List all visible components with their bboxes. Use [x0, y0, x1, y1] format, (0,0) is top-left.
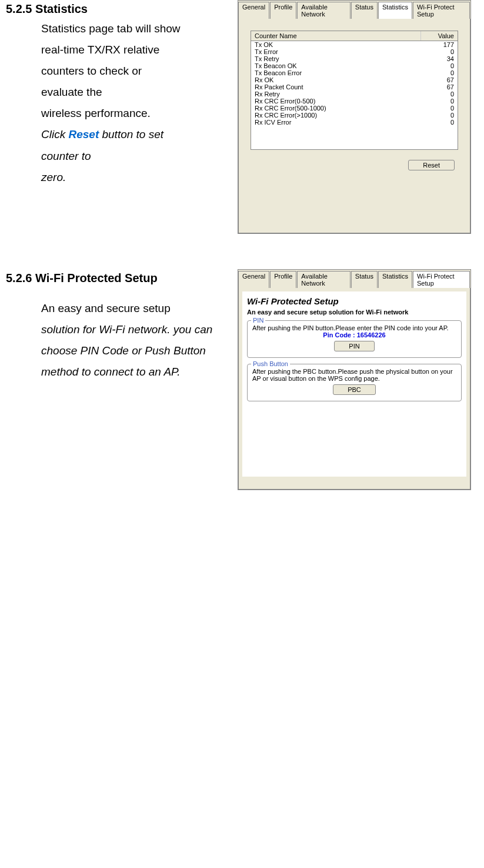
reset-word: Reset [68, 128, 99, 140]
wps-subtitle: An easy and secure setup solution for Wi… [247, 309, 462, 316]
table-row: Tx Retry34 [251, 55, 458, 62]
pin-fieldset: PIN After pushing the PIN button.Please … [247, 320, 462, 358]
counter-name: Tx Beacon OK [251, 62, 421, 69]
counter-name: Rx OK [251, 76, 421, 83]
table-row: Rx CRC Error(500-1000)0 [251, 105, 458, 112]
counter-value: 0 [421, 105, 458, 112]
tab-available-network[interactable]: Available Network [297, 271, 350, 288]
col-header-name[interactable]: Counter Name [251, 31, 421, 41]
tab-profile[interactable]: Profile [270, 2, 296, 19]
wps-screenshot: General Profile Available Network Status… [238, 269, 471, 490]
tab-statistics[interactable]: Statistics [378, 2, 412, 19]
pbc-button[interactable]: PBC [333, 384, 376, 395]
tab-content: Wi-Fi Protected Setup An easy and secure… [238, 288, 470, 490]
counter-value: 0 [421, 112, 458, 119]
counter-name: Rx CRC Error(500-1000) [251, 105, 421, 112]
tab-status[interactable]: Status [351, 271, 378, 288]
section-heading-wps: 5.2.6 Wi-Fi Protected Setup [6, 272, 238, 285]
tab-wps[interactable]: Wi-Fi Protect Setup [413, 271, 470, 288]
wps-content: Wi-Fi Protected Setup An easy and secure… [242, 291, 466, 477]
counter-value: 0 [421, 69, 458, 76]
counter-value: 67 [421, 83, 458, 91]
text: real-time TX/RX relative [41, 43, 159, 56]
table-row: Tx Beacon OK0 [251, 62, 458, 69]
table-row: Rx OK67 [251, 76, 458, 83]
tab-status[interactable]: Status [351, 2, 378, 19]
table-row: Rx Retry0 [251, 91, 458, 98]
counter-name: Rx CRC Error(0-500) [251, 98, 421, 105]
pb-legend: Push Button [251, 360, 290, 367]
tab-wps[interactable]: Wi-Fi Protect Setup [413, 2, 470, 19]
tab-general[interactable]: General [238, 271, 269, 288]
text: Statistics page tab will show [41, 22, 181, 35]
table-row: Rx Packet Count67 [251, 83, 458, 91]
text: An easy and secure setup [41, 302, 171, 314]
text: wireless performance. [41, 107, 151, 119]
tab-profile[interactable]: Profile [270, 271, 296, 288]
counter-name: Tx Error [251, 48, 421, 55]
counter-name: Tx Retry [251, 55, 421, 62]
counter-value: 0 [421, 48, 458, 55]
counter-value: 0 [421, 119, 458, 126]
col-header-value[interactable]: Value [421, 31, 458, 41]
pin-text: After pushing the PIN button.Please ente… [252, 324, 456, 331]
stats-body: Tx OK177Tx Error0Tx Retry34Tx Beacon OK0… [251, 41, 458, 126]
tab-row: General Profile Available Network Status… [238, 270, 470, 288]
counter-name: Rx Packet Count [251, 83, 421, 91]
statistics-screenshot: General Profile Available Network Status… [238, 0, 471, 234]
tab-content: Counter Name Value Tx OK177Tx Error0Tx R… [238, 19, 470, 233]
counter-value: 177 [421, 41, 458, 48]
table-row: Tx OK177 [251, 41, 458, 48]
table-row: Rx ICV Error0 [251, 119, 458, 126]
pin-button[interactable]: PIN [334, 341, 374, 351]
text: Click Reset button to set [41, 128, 163, 140]
counter-name: Rx Retry [251, 91, 421, 98]
counter-name: Rx ICV Error [251, 119, 421, 126]
text: zero. [41, 171, 66, 183]
text: counter to [41, 150, 91, 162]
text: Click [41, 128, 68, 140]
counter-value: 0 [421, 91, 458, 98]
pb-text: After pushing the PBC button.Please push… [252, 368, 456, 382]
statistics-description: Statistics page tab will show real-time … [41, 18, 238, 188]
table-row: Tx Beacon Error0 [251, 69, 458, 76]
counter-value: 34 [421, 55, 458, 62]
reset-button[interactable]: Reset [408, 160, 455, 170]
table-row: Tx Error0 [251, 48, 458, 55]
push-button-fieldset: Push Button After pushing the PBC button… [247, 364, 462, 401]
tab-available-network[interactable]: Available Network [297, 2, 350, 19]
table-row: Rx CRC Error(0-500)0 [251, 98, 458, 105]
tab-general[interactable]: General [238, 2, 269, 19]
reset-button-row: Reset [245, 156, 464, 174]
text: button to set [99, 128, 163, 140]
section-heading-statistics: 5.2.5 Statistics [6, 2, 238, 16]
counter-name: Rx CRC Error(>1000) [251, 112, 421, 119]
counter-value: 67 [421, 76, 458, 83]
text: solution for Wi-Fi network. you can choo… [41, 323, 212, 378]
counter-name: Tx Beacon Error [251, 69, 421, 76]
tab-row: General Profile Available Network Status… [238, 1, 470, 19]
pin-code: Pin Code : 16546226 [252, 331, 456, 339]
counter-value: 0 [421, 98, 458, 105]
stats-table: Counter Name Value Tx OK177Tx Error0Tx R… [251, 31, 458, 150]
counter-value: 0 [421, 62, 458, 69]
table-row: Rx CRC Error(>1000)0 [251, 112, 458, 119]
stats-header: Counter Name Value [251, 31, 458, 41]
tab-statistics[interactable]: Statistics [378, 271, 412, 288]
text: counters to check or [41, 65, 142, 77]
text: evaluate the [41, 86, 102, 98]
counter-name: Tx OK [251, 41, 421, 48]
wps-title: Wi-Fi Protected Setup [247, 296, 462, 306]
pin-legend: PIN [251, 317, 265, 324]
wps-description: An easy and secure setup solution for Wi… [41, 298, 238, 383]
